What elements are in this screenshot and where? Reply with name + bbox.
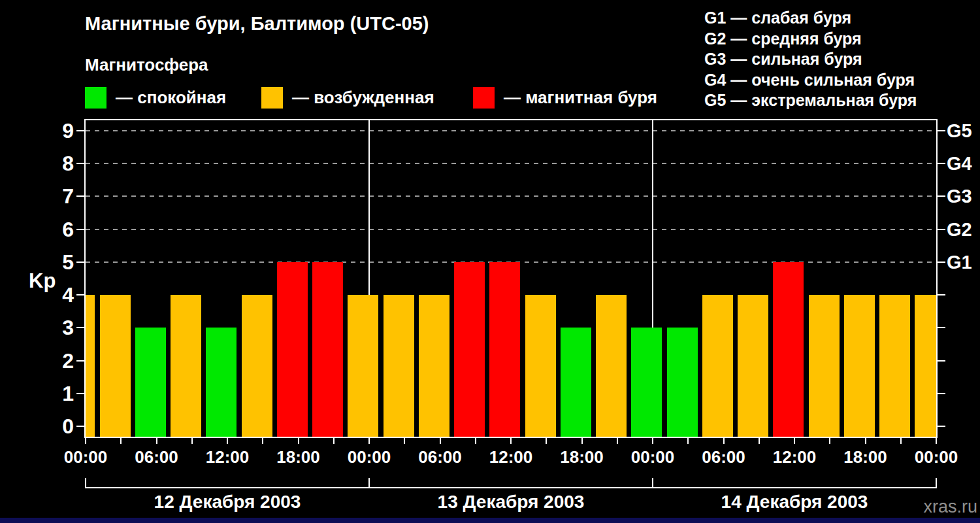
kp-bar: [100, 295, 131, 437]
y-axis-tick-right: [938, 130, 945, 131]
x-tick-label: 00:00: [50, 447, 122, 467]
kp-bar: [419, 295, 449, 437]
kp-bar: [86, 295, 95, 437]
y-axis-tick: [76, 130, 84, 131]
x-tick-label: 18:00: [830, 447, 902, 467]
kp-bar: [312, 262, 343, 437]
storm-swatch: [473, 87, 495, 109]
x-axis-tick: [936, 438, 937, 444]
kp-bar: [667, 328, 698, 437]
x-tick-label: 18:00: [263, 447, 335, 467]
y-tick-label: 0: [22, 413, 74, 439]
x-axis-tick: [156, 438, 157, 444]
x-axis-tick: [475, 438, 476, 444]
y-axis-tick-right: [938, 327, 945, 328]
kp-bar: [454, 262, 485, 437]
x-tick-label: 12:00: [759, 447, 830, 467]
day-bracket-tick: [936, 478, 937, 488]
x-axis-tick: [298, 438, 299, 444]
y-axis-tick-right: [938, 294, 945, 295]
magnetic-storm-forecast-chart: Магнитные бури, Балтимор (UTC-05) Магнит…: [0, 0, 980, 523]
x-axis-tick: [829, 438, 830, 444]
date-label: 14 Декабря 2003: [690, 492, 899, 513]
kp-bar: [171, 295, 201, 437]
y-axis-tick: [76, 262, 84, 263]
x-axis-tick: [191, 438, 193, 444]
x-tick-label: 06:00: [404, 447, 476, 467]
x-axis-tick: [368, 438, 370, 444]
y-axis-tick: [76, 393, 84, 394]
watermark-link[interactable]: xras.ru: [923, 497, 977, 517]
day-bracket-tick: [85, 478, 86, 488]
legend-label-storm: — магнитная буря: [504, 88, 657, 108]
x-axis-tick: [546, 438, 547, 444]
date-label: 12 Декабря 2003: [123, 492, 332, 513]
legend-item-storm: — магнитная буря: [473, 86, 657, 109]
kp-bar: [702, 295, 733, 437]
y-tick-label: 3: [22, 314, 74, 341]
y-axis-tick-right: [938, 360, 945, 362]
y-axis-tick-right: [938, 163, 945, 164]
magnetosphere-heading: Магнитосфера: [85, 55, 208, 75]
y-tick-label: 6: [22, 216, 74, 243]
x-tick-label: 12:00: [475, 447, 547, 467]
y-axis-tick: [76, 229, 84, 230]
kp-bar: [773, 262, 804, 437]
x-axis-tick: [759, 438, 760, 444]
kp-bar: [631, 328, 662, 437]
y-axis-tick: [76, 294, 84, 295]
y-axis-tick-right: [938, 426, 945, 427]
x-axis-tick: [723, 438, 725, 444]
x-axis-tick: [227, 438, 228, 444]
quiet-swatch: [85, 87, 106, 109]
x-axis-tick: [900, 438, 902, 444]
x-axis-tick: [617, 438, 618, 444]
x-tick-label: 00:00: [900, 447, 972, 467]
kp-bar: [206, 328, 237, 437]
kp-bar: [489, 262, 520, 437]
x-axis-tick: [440, 438, 441, 444]
kp-bar: [277, 262, 308, 437]
y-axis-tick-right: [938, 195, 945, 197]
x-tick-label: 06:00: [121, 447, 193, 467]
g-axis-label: G5: [947, 118, 972, 144]
kp-bar: [348, 295, 378, 437]
kp-bar: [384, 295, 414, 437]
x-axis-tick: [333, 438, 335, 444]
grid-line: [86, 195, 936, 197]
y-tick-label: 7: [22, 183, 74, 209]
y-axis-tick-right: [938, 393, 945, 394]
x-axis-tick: [794, 438, 795, 444]
kp-bar: [135, 328, 166, 437]
x-axis-tick: [404, 438, 405, 444]
y-axis-tick: [76, 360, 84, 362]
y-axis-tick: [76, 426, 84, 427]
day-bracket-tick: [652, 478, 653, 488]
g4-legend-line: G4 — очень сильная буря: [704, 70, 917, 91]
y-axis-tick-right: [938, 229, 945, 230]
y-tick-label: 2: [22, 348, 74, 374]
kp-bar: [561, 328, 591, 437]
grid-line: [86, 229, 936, 230]
g5-legend-line: G5 — экстремальная буря: [704, 90, 917, 111]
legend-label-quiet: — спокойная: [116, 88, 226, 108]
x-tick-label: 18:00: [546, 447, 618, 467]
x-axis-tick: [581, 438, 583, 444]
y-tick-label: 1: [22, 380, 74, 407]
legend-label-excited: — возбужденная: [292, 88, 434, 108]
x-axis-tick: [865, 438, 866, 444]
grid-line: [86, 163, 936, 164]
y-tick-label: 8: [22, 150, 74, 177]
y-tick-label: 9: [22, 118, 74, 144]
g-axis-label: G2: [947, 216, 972, 243]
legend-item-excited: — возбужденная: [261, 86, 434, 109]
kp-bar: [242, 295, 272, 437]
kp-bar: [809, 295, 840, 437]
x-tick-label: 12:00: [191, 447, 263, 467]
x-axis-tick: [120, 438, 122, 444]
y-axis-tick: [76, 195, 84, 197]
x-axis-tick: [510, 438, 512, 444]
y-axis-tick: [76, 327, 84, 328]
g1-legend-line: G1 — слабая буря: [704, 8, 917, 29]
g-axis-label: G4: [947, 150, 972, 177]
